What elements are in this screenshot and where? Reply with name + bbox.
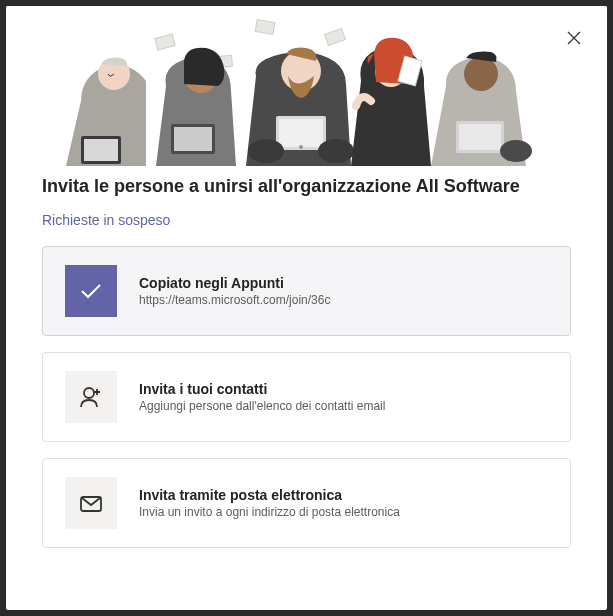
copy-link-title: Copiato negli Appunti — [139, 275, 548, 291]
svg-point-25 — [84, 388, 94, 398]
close-icon — [567, 31, 581, 48]
envelope-icon — [65, 477, 117, 529]
dialog-title: Invita le persone a unirsi all'organizza… — [42, 176, 571, 197]
svg-point-17 — [248, 139, 284, 163]
svg-rect-1 — [255, 20, 275, 35]
invite-email-option[interactable]: Invita tramite posta elettronica Invia u… — [42, 458, 571, 548]
copy-link-text: Copiato negli Appunti https://teams.micr… — [139, 275, 548, 307]
svg-rect-9 — [84, 139, 118, 161]
copy-link-url: https://teams.microsoft.com/join/36c — [139, 293, 548, 307]
invite-contacts-text: Invita i tuoi contatti Aggiungi persone … — [139, 381, 548, 413]
invite-contacts-title: Invita i tuoi contatti — [139, 381, 548, 397]
svg-rect-2 — [324, 28, 345, 45]
copy-link-option[interactable]: Copiato negli Appunti https://teams.micr… — [42, 246, 571, 336]
svg-rect-12 — [174, 127, 212, 151]
pending-requests-link[interactable]: Richieste in sospeso — [42, 212, 170, 228]
invite-email-subtitle: Invia un invito a ogni indirizzo di post… — [139, 505, 548, 519]
svg-point-18 — [318, 139, 354, 163]
invite-contacts-subtitle: Aggiungi persone dall'elenco dei contatt… — [139, 399, 548, 413]
svg-rect-23 — [459, 124, 501, 150]
svg-rect-0 — [155, 34, 175, 50]
invite-dialog: Invita le persone a unirsi all'organizza… — [6, 6, 607, 610]
svg-point-24 — [500, 140, 532, 162]
checkmark-icon — [65, 265, 117, 317]
invite-email-title: Invita tramite posta elettronica — [139, 487, 548, 503]
invite-contacts-option[interactable]: Invita i tuoi contatti Aggiungi persone … — [42, 352, 571, 442]
svg-rect-15 — [279, 119, 323, 147]
person-add-icon — [65, 371, 117, 423]
dialog-content: Invita le persone a unirsi all'organizza… — [6, 166, 607, 588]
svg-point-21 — [464, 57, 498, 91]
invite-email-text: Invita tramite posta elettronica Invia u… — [139, 487, 548, 519]
svg-point-16 — [299, 145, 303, 149]
close-button[interactable] — [559, 24, 589, 54]
hero-illustration — [6, 6, 607, 166]
